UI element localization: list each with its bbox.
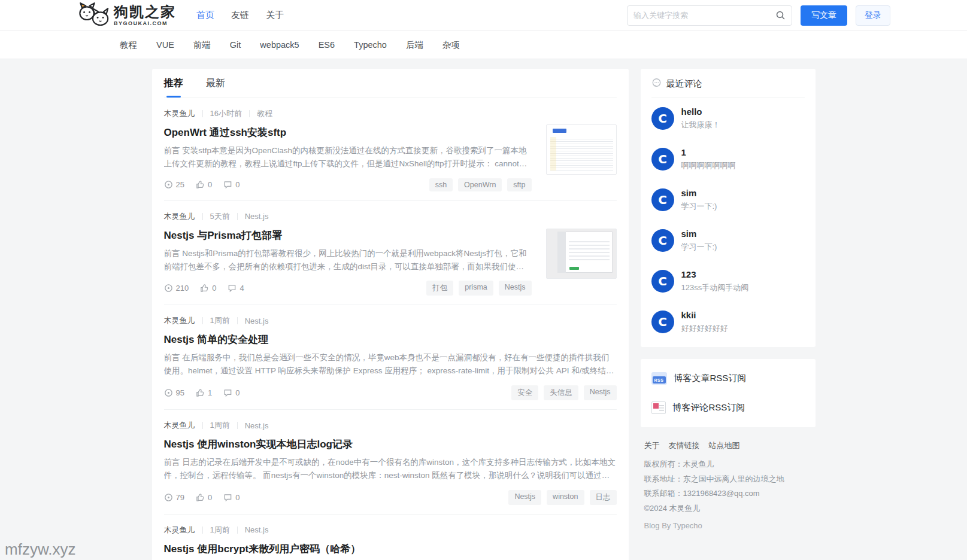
comment-author: hello [681,106,720,117]
avatar: C [651,107,674,130]
article-excerpt: 前言 安装stfp本意是因为OpenClash的内核更新没法通过在线的方式直接更… [164,144,532,171]
article-author[interactable]: 木灵鱼儿 [164,315,195,326]
site-title: 狗凯之家 [114,5,176,19]
cat-item-frontend[interactable]: 前端 [193,39,211,51]
article-tag[interactable]: 安全 [511,385,538,400]
article-tag[interactable]: winston [547,490,584,505]
avatar: C [651,229,674,252]
article-tag[interactable]: ssh [429,178,453,191]
article-title[interactable]: Nestjs 使用bcrypt来散列用户密码（哈希） [164,542,617,556]
comment-item[interactable]: C hello 让我康康！ [651,98,805,139]
article-author[interactable]: 木灵鱼儿 [164,420,195,431]
comment-author: kkii [681,310,728,321]
search-icon[interactable] [769,10,792,20]
views-stat: 25 [164,180,184,189]
comment-item[interactable]: C 1 啊啊啊啊啊啊啊 [651,139,805,179]
article-category[interactable]: Nest.js [245,212,269,221]
article-category[interactable]: Nest.js [245,316,269,325]
article-tag[interactable]: Nestjs [508,490,541,505]
cat-item-typecho[interactable]: Typecho [354,40,387,50]
comment-item[interactable]: C kkii 好好好好好好 [651,302,805,342]
article-title[interactable]: Nestjs 使用winston实现本地日志log记录 [164,437,617,451]
tab-latest[interactable]: 最新 [206,77,225,98]
footer-address: 联系地址：东之国中远离人里的边境之地 [644,472,812,487]
site-logo[interactable]: 狗凯之家 BYGOUKAI.COM [77,1,176,30]
views-stat: 210 [164,284,189,293]
article-title[interactable]: Nestjs 与Prisma打包部署 [164,229,532,242]
comment-item[interactable]: C 123 123ss手动阀手动阀 [651,261,805,302]
footer-link-friends[interactable]: 友情链接 [669,440,700,451]
article-time: 1周前 [210,525,230,535]
likes-stat[interactable]: 0 [196,493,212,502]
article-tag[interactable]: OpenWrn [458,178,502,191]
search-box [627,5,792,26]
article-item[interactable]: 木灵鱼儿 1周前 Nest.js Nestjs 简单的安全处理 前言 在后端服务… [164,305,617,410]
cat-item-webpack5[interactable]: webpack5 [260,40,299,50]
nav-item-home[interactable]: 首页 [196,10,214,21]
likes-stat[interactable]: 1 [196,388,212,397]
comment-author: sim [681,188,717,199]
comment-text: 让我康康！ [681,120,720,130]
article-tag[interactable]: 打包 [426,281,453,296]
cat-item-backend[interactable]: 后端 [406,39,423,51]
article-category[interactable]: Nest.js [245,421,269,430]
login-button[interactable]: 登录 [856,5,890,26]
comment-text: 啊啊啊啊啊啊啊 [681,160,736,171]
cat-item-es6[interactable]: ES6 [319,40,335,50]
article-tag[interactable]: prisma [459,281,493,296]
comment-item[interactable]: C sim 学习一下:) [651,220,805,261]
article-item[interactable]: 木灵鱼儿 5天前 Nest.js Nestjs 与Prisma打包部署 前言 N… [164,201,617,306]
article-time: 16小时前 [210,108,242,119]
article-excerpt: 前言 在后端服务中，我们总是会遇到一些不安全的情况，毕竟web本身也不是一点漏洞… [164,351,617,378]
article-tag[interactable]: Nestjs [584,385,617,400]
article-excerpt: 前言 日志的记录在后端开发中是不可或缺的，在node中有一个很有名的库winst… [164,456,617,482]
views-stat: 95 [164,388,184,397]
likes-stat[interactable]: 0 [200,284,216,293]
likes-stat[interactable]: 0 [196,180,212,189]
article-category[interactable]: Nest.js [245,525,269,534]
rss-comments-icon [651,401,666,414]
tab-recommended[interactable]: 推荐 [164,77,183,98]
article-title[interactable]: Nestjs 简单的安全处理 [164,333,617,346]
footer-link-about[interactable]: 关于 [644,440,660,451]
article-feed: 推荐 最新 木灵鱼儿 16小时前 教程 OpenWrt 通过ssh安装sftp … [152,69,629,560]
article-item[interactable]: 木灵鱼儿 1周前 Nest.js Nestjs 使用winston实现本地日志l… [164,410,617,515]
article-tag[interactable]: 日志 [590,490,617,505]
comments-stat[interactable]: 0 [223,180,240,189]
rss-comments-link[interactable]: 博客评论RSS订阅 [651,393,805,422]
write-article-button[interactable]: 写文章 [801,5,847,26]
recent-comments-title: 最近评论 [666,78,702,90]
avatar: C [651,270,674,293]
nav-item-about[interactable]: 关于 [266,10,284,21]
rss-articles-link[interactable]: 博客文章RSS订阅 [651,364,805,393]
cat-item-misc[interactable]: 杂项 [442,39,460,51]
article-time: 1周前 [210,420,230,431]
footer-year: ©2024 木灵鱼儿 [644,501,812,516]
comments-stat[interactable]: 4 [228,284,244,293]
rss-card: 博客文章RSS订阅 博客评论RSS订阅 [641,359,816,427]
search-input[interactable] [628,11,769,20]
comments-stat[interactable]: 0 [223,493,240,502]
comment-item[interactable]: C sim 学习一下:) [651,179,805,220]
cat-item-git[interactable]: Git [230,40,241,50]
article-item[interactable]: 木灵鱼儿 1周前 Nest.js Nestjs 使用bcrypt来散列用户密码（… [164,515,617,560]
comment-author: 123 [681,269,749,280]
article-tag[interactable]: Nestjs [499,281,532,296]
article-author[interactable]: 木灵鱼儿 [164,525,195,535]
article-category[interactable]: 教程 [257,108,272,119]
comment-text: 123ss手动阀手动阀 [681,282,749,293]
comment-author: 1 [681,147,736,158]
nav-item-friend-links[interactable]: 友链 [231,10,249,21]
article-item[interactable]: 木灵鱼儿 16小时前 教程 OpenWrt 通过ssh安装sftp 前言 安装s… [164,98,617,201]
footer-email: 联系邮箱：1321968423@qq.com [644,486,812,501]
comments-stat[interactable]: 0 [223,388,240,397]
article-tag[interactable]: 头信息 [544,385,578,400]
cat-item-tutorial[interactable]: 教程 [120,39,137,51]
article-title[interactable]: OpenWrt 通过ssh安装sftp [164,126,532,139]
article-tag[interactable]: sftp [507,178,531,191]
cat-item-vue[interactable]: VUE [156,40,174,50]
article-thumbnail [546,124,617,175]
footer-link-sitemap[interactable]: 站点地图 [709,440,740,451]
article-author[interactable]: 木灵鱼儿 [164,108,195,119]
article-author[interactable]: 木灵鱼儿 [164,211,195,222]
